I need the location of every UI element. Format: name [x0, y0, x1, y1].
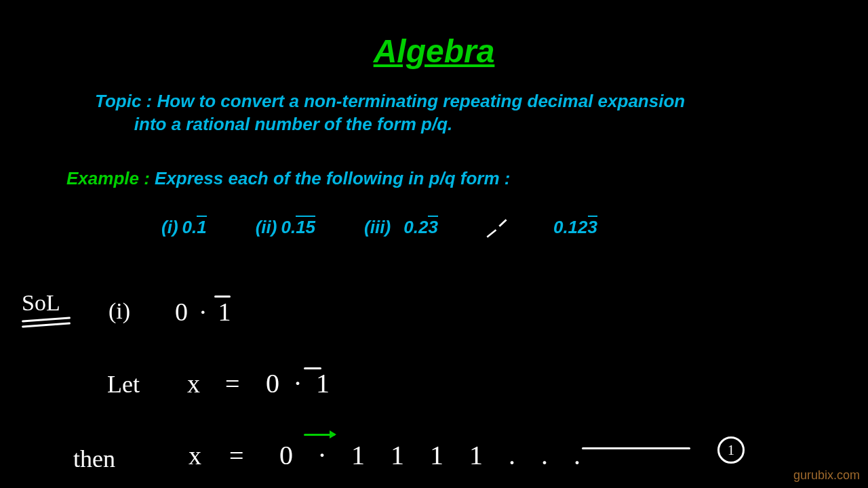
equation-number: 1 [717, 436, 745, 464]
hw-let: Let [107, 370, 140, 399]
page-title: Algebra [0, 33, 868, 70]
item-iii: (iii) 0.23 [364, 217, 438, 238]
hw-then: then [73, 445, 115, 473]
item-iv: 0.123 [553, 217, 597, 238]
arrow-icon [304, 434, 335, 436]
equation-dash [582, 447, 690, 449]
hw-eq-2: = [229, 441, 243, 470]
hw-bar-2 [304, 367, 321, 369]
example-items: (i) 0.1 (ii) 0.15 (iii) 0.23 ⸝ᐟ 0.123 [161, 216, 597, 239]
topic-label: Topic : [95, 91, 157, 111]
hw-bar-1 [214, 296, 231, 298]
cursor-mark: ⸝ᐟ [487, 216, 505, 239]
item-iii-rep: 3 [428, 217, 437, 238]
topic-text-line1: How to convert a non-terminating repeati… [157, 91, 685, 111]
hw-eq-1: = [225, 369, 239, 399]
solution-label: SoL [22, 290, 60, 316]
item-ii-base: 0. [281, 217, 296, 237]
hw-x-2: x [189, 441, 201, 470]
hw-expansion: 0 · 1 1 1 1 . . . [279, 439, 590, 471]
item-iv-base: 0.12 [553, 217, 588, 237]
hw-zero-bar-2: 0 · 1 [266, 367, 334, 399]
hw-x-1: x [187, 369, 200, 399]
topic-text-line2: into a rational number of the form p/q. [134, 114, 452, 134]
item-ii-label: (ii) [256, 217, 277, 238]
example-label: Example : [66, 168, 155, 188]
watermark: gurubix.com [793, 468, 860, 483]
item-i-base: 0. [182, 217, 197, 237]
hw-part-i: (i) [108, 298, 130, 324]
example-text: Express each of the following in p/q for… [155, 168, 510, 188]
item-ii: (ii) 0.15 [256, 217, 315, 238]
item-iv-rep: 3 [588, 217, 597, 238]
solution-underline [22, 319, 71, 328]
example-line: Example : Express each of the following … [66, 168, 510, 189]
item-i: (i) 0.1 [161, 217, 207, 238]
item-iii-base: 0.2 [403, 217, 428, 237]
topic-block: Topic : How to convert a non-terminating… [95, 89, 685, 136]
hw-zero-bar-1: 0 · 1 [175, 297, 234, 327]
item-i-rep: 1 [197, 217, 206, 238]
item-i-label: (i) [161, 217, 178, 238]
item-iii-label: (iii) [364, 217, 391, 238]
item-ii-rep: 15 [296, 217, 315, 238]
